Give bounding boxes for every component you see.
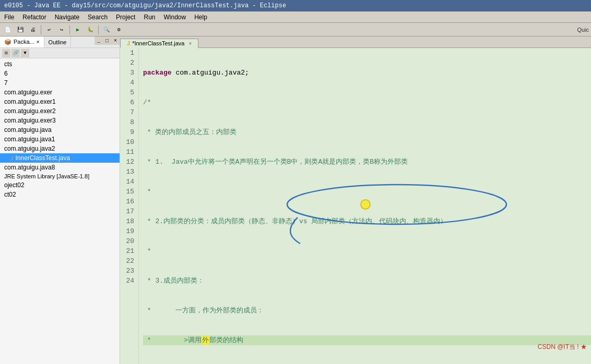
menu-project[interactable]: Project <box>112 13 139 22</box>
sidebar-tab-package[interactable]: 📦 Packa... × <box>0 37 44 47</box>
toolbar-redo[interactable]: ↪ <box>56 25 67 35</box>
code-line-2: /* <box>143 98 591 107</box>
tree-item-7[interactable]: 7 <box>0 78 120 88</box>
code-editor[interactable]: 1 2 3 4 5 6 7 8 9 10 11 12 13 14 15 16 1 <box>120 48 591 364</box>
code-line-5: * <box>143 187 591 197</box>
tab-java-icon: J <box>127 40 130 46</box>
code-line-6: * 2.内部类的分类：成员内部类（静态、非静态）vs 局部内部类（方法内、代码块… <box>143 216 591 226</box>
sidebar-maximize[interactable]: □ <box>103 37 111 45</box>
menu-run[interactable]: Run <box>139 13 159 22</box>
code-line-9: * 一方面，作为外部类的成员： <box>143 306 591 316</box>
toolbar-new[interactable]: 📄 <box>2 25 14 35</box>
code-line-3: * 类的内部成员之五：内部类 <box>143 127 591 137</box>
innerclasstest-label: InnerClassTest.java <box>16 154 70 162</box>
view-menu-btn[interactable]: ▼ <box>21 49 29 57</box>
sidebar-close[interactable]: × <box>111 37 120 45</box>
package-icon: 📦 <box>4 39 11 45</box>
toolbar-sep2 <box>69 25 70 34</box>
code-content: 1 2 3 4 5 6 7 8 9 10 11 12 13 14 15 16 1 <box>120 48 591 364</box>
main-layout: 📦 Packa... × Outline _ □ × ⊟ 🔗 ▼ cts 6 7… <box>0 37 591 364</box>
tree-item-exer[interactable]: com.atguigu.exer <box>0 88 120 97</box>
tree-item-innerclasstest[interactable]: J InnerClassTest.java <box>0 153 120 163</box>
tree-item-oject02[interactable]: oject02 <box>0 180 120 190</box>
tree-item-jre[interactable]: JRE System Library [JavaSE-1.8] <box>0 172 120 180</box>
code-line-4: * 1. Java中允许将一个类A声明在另一个类B中，则类A就是内部类，类B称为… <box>143 157 591 167</box>
title-bar: e0105 - Java EE - day15/src/com/atguigu/… <box>0 0 591 11</box>
quick-access-label: Quic <box>577 27 589 33</box>
tree-item-java[interactable]: com.atguigu.java <box>0 125 120 135</box>
toolbar-settings[interactable]: ⚙ <box>113 25 125 35</box>
tree-item-java1[interactable]: com.atguigu.java1 <box>0 135 120 144</box>
code-line-7: * <box>143 246 591 256</box>
toolbar-save[interactable]: 💾 <box>15 25 26 35</box>
tree-item-exer1[interactable]: com.atguigu.exer1 <box>0 97 120 106</box>
code-line-1: package com.atguigu.java2; <box>143 68 591 78</box>
code-lines[interactable]: package com.atguigu.java2; /* * 类的内部成员之五… <box>139 48 591 364</box>
menu-bar: File Refactor Navigate Search Project Ru… <box>0 11 591 23</box>
toolbar: 📄 💾 🖨 ↩ ↪ ▶ 🐛 🔍 ⚙ Quic <box>0 23 591 37</box>
menu-refactor[interactable]: Refactor <box>18 13 50 22</box>
sidebar-tab-outline[interactable]: Outline <box>44 37 72 47</box>
link-with-editor-btn[interactable]: 🔗 <box>11 49 20 57</box>
sidebar-tabs: 📦 Packa... × Outline _ □ × <box>0 37 120 48</box>
editor-tab-innerclasstest[interactable]: J *InnerClassTest.java × <box>120 39 198 48</box>
menu-search[interactable]: Search <box>84 13 112 22</box>
code-line-8: * 3.成员内部类： <box>143 276 591 286</box>
menu-help[interactable]: Help <box>190 13 211 22</box>
menu-file[interactable]: File <box>0 13 18 22</box>
csdn-watermark: CSDN @IT当 ! ★ <box>538 343 587 351</box>
sidebar: 📦 Packa... × Outline _ □ × ⊟ 🔗 ▼ cts 6 7… <box>0 37 120 364</box>
package-tab-label: Packa... <box>14 39 34 45</box>
code-line-10: * >调用外部类的结构 <box>143 335 591 345</box>
line-numbers: 1 2 3 4 5 6 7 8 9 10 11 12 13 14 15 16 1 <box>120 48 139 364</box>
sidebar-toolbar: ⊟ 🔗 ▼ <box>0 48 120 58</box>
toolbar-debug[interactable]: 🐛 <box>85 25 96 35</box>
tree-item-cts[interactable]: cts <box>0 59 120 69</box>
collapse-all-btn[interactable]: ⊟ <box>2 49 10 57</box>
toolbar-print[interactable]: 🖨 <box>27 25 39 35</box>
sidebar-content: cts 6 7 com.atguigu.exer com.atguigu.exe… <box>0 58 120 364</box>
title-text: e0105 - Java EE - day15/src/com/atguigu/… <box>4 2 286 9</box>
tab-close-btn[interactable]: × <box>188 41 192 46</box>
editor-tab-label: *InnerClassTest.java <box>132 40 184 46</box>
tree-item-java2[interactable]: com.atguigu.java2 <box>0 144 120 153</box>
toolbar-undo[interactable]: ↩ <box>43 25 55 35</box>
toolbar-run[interactable]: ▶ <box>72 25 84 35</box>
toolbar-sep3 <box>98 25 99 34</box>
menu-window[interactable]: Window <box>159 13 190 22</box>
tree-item-exer3[interactable]: com.atguigu.exer3 <box>0 116 120 125</box>
tree-item-ct02[interactable]: ct02 <box>0 190 120 199</box>
watermark-text: CSDN @IT当 ! ★ <box>538 343 587 350</box>
editor-area: J *InnerClassTest.java × 1 2 3 4 5 6 7 8… <box>120 37 591 364</box>
menu-navigate[interactable]: Navigate <box>51 13 84 22</box>
sidebar-minimize[interactable]: _ <box>94 37 103 45</box>
editor-tabs: J *InnerClassTest.java × <box>120 37 591 48</box>
toolbar-sep1 <box>41 25 41 34</box>
tree-item-java8[interactable]: com.atguigu.java8 <box>0 163 120 172</box>
tree-item-exer2[interactable]: com.atguigu.exer2 <box>0 106 120 116</box>
package-tab-close[interactable]: × <box>37 39 40 45</box>
outline-tab-label: Outline <box>49 39 67 45</box>
tree-item-6[interactable]: 6 <box>0 69 120 78</box>
toolbar-search[interactable]: 🔍 <box>101 25 112 35</box>
java-file-icon: J <box>10 155 14 161</box>
